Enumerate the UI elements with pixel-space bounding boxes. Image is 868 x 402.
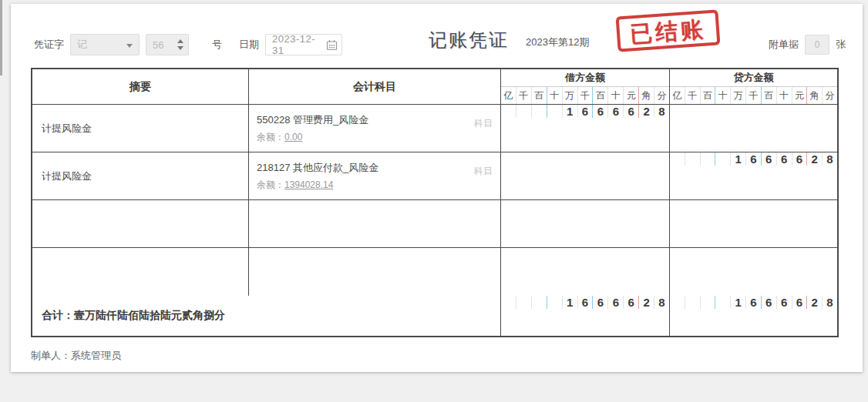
calendar-icon[interactable]: [326, 39, 338, 53]
digit-label: 亿: [670, 87, 685, 104]
amount-digit: 6: [746, 152, 762, 166]
debit-amount-cell[interactable]: [501, 152, 670, 199]
credit-amount-cell[interactable]: [670, 248, 837, 296]
digit-label: 亿: [501, 87, 516, 104]
subject-text: 550228 管理费用_风险金: [257, 113, 493, 127]
table-row: [32, 248, 837, 296]
amount-digit: 6: [608, 105, 624, 118]
amount-digit: [670, 152, 685, 166]
attachment-count-value: 0: [815, 39, 820, 50]
digit-label: 角: [639, 87, 654, 104]
voucher-table: 摘要 会计科目 借方金额 亿千百十万千百十元角分 贷方金额 亿千百十万千百十元角…: [31, 68, 839, 337]
voucher-word-select[interactable]: 记: [70, 34, 140, 55]
column-header-summary: 摘要: [32, 69, 249, 104]
title-group: 记账凭证 2023年第12期: [429, 28, 589, 52]
debit-amount-cell[interactable]: [501, 200, 670, 247]
total-row: 合计：壹万陆仟陆佰陆拾陆元贰角捌分 1666628 1666628: [32, 296, 837, 336]
digit-label: 分: [654, 87, 669, 104]
left-scrollbar[interactable]: [0, 0, 2, 75]
digit-label: 百: [593, 87, 608, 104]
digit-label: 角: [807, 87, 823, 104]
attachment-count-input[interactable]: 0: [805, 35, 829, 55]
balance-value-link[interactable]: 1394028.14: [284, 179, 333, 190]
date-input[interactable]: 2023-12-31: [265, 34, 342, 55]
summary-cell[interactable]: 计提风险金: [32, 152, 249, 199]
stepper-buttons[interactable]: [177, 39, 183, 50]
debit-amount-cell[interactable]: 1666628: [501, 105, 670, 152]
step-down-icon[interactable]: [177, 46, 183, 50]
amount-digit: [670, 296, 685, 309]
subject-tag: 科目: [474, 117, 493, 130]
amount-digit: 6: [746, 296, 762, 309]
amount-digit: [532, 296, 547, 309]
digit-label: 千: [578, 87, 594, 104]
amount-digit: 2: [639, 105, 654, 118]
amount-digit: 6: [593, 296, 608, 309]
amount-digit: 6: [777, 296, 792, 309]
credit-amount-cell[interactable]: [670, 200, 837, 247]
voucher-number-value: 56: [153, 39, 163, 51]
digit-label: 百: [762, 87, 777, 104]
summary-cell[interactable]: [32, 200, 249, 247]
subject-cell[interactable]: 218127 其他应付款_风险金科目余额：1394028.14: [249, 152, 501, 199]
amount-digit: 2: [807, 296, 823, 309]
amount-digit: 6: [608, 296, 624, 309]
balance-label: 余额：: [257, 132, 284, 142]
amount-digit: 6: [578, 105, 594, 118]
balance-value-link[interactable]: 0.00: [284, 132, 302, 142]
amount-digit: 1: [731, 152, 746, 166]
voucher-card: 凭证字 记 56 号 日期 2023-12-31: [11, 4, 863, 372]
amount-digit: 1: [563, 296, 578, 309]
credit-amount-cell[interactable]: 1666628: [670, 152, 837, 199]
digit-label-row: 亿千百十万千百十元角分: [501, 87, 669, 104]
amount-digit: 6: [762, 152, 777, 166]
creator-value: 系统管理员: [71, 350, 121, 361]
digit-label: 十: [715, 87, 731, 104]
total-debit-cell: 1666628: [501, 296, 670, 336]
attachment-group: 附单据 0 张: [769, 35, 846, 55]
amount-digit: [532, 105, 547, 118]
column-header-credit-group: 贷方金额 亿千百十万千百十元角分: [670, 69, 837, 104]
digit-label: 万: [563, 87, 578, 104]
digit-label: 千: [516, 87, 532, 104]
page-title: 记账凭证: [429, 28, 509, 52]
amount-digit: 6: [624, 296, 639, 309]
table-row: [32, 200, 837, 248]
amount-grid: 1666628: [501, 296, 669, 309]
digit-label: 元: [792, 87, 808, 104]
total-credit-cell: 1666628: [670, 296, 837, 336]
balance-line: 余额：0.00: [257, 131, 493, 144]
amount-digit: 2: [639, 296, 654, 309]
amount-grid: 1666628: [670, 152, 837, 166]
voucher-number-stepper[interactable]: 56: [146, 34, 189, 55]
voucher-word-label: 凭证字: [34, 38, 64, 52]
amount-grid: 1666628: [501, 105, 669, 118]
table-row: 计提风险金550228 管理费用_风险金科目余额：0.001666628: [32, 105, 837, 152]
column-header-subject: 会计科目: [249, 69, 501, 104]
table-row: 计提风险金218127 其他应付款_风险金科目余额：1394028.141666…: [32, 152, 837, 200]
amount-digit: 8: [823, 152, 837, 166]
subject-cell[interactable]: [249, 248, 501, 296]
subject-cell[interactable]: [249, 200, 501, 247]
amount-digit: [701, 152, 716, 166]
summary-cell[interactable]: [32, 248, 249, 296]
subject-cell[interactable]: 550228 管理费用_风险金科目余额：0.00: [249, 105, 501, 152]
amount-digit: [516, 296, 532, 309]
amount-digit: 1: [563, 105, 578, 118]
digit-label: 元: [624, 87, 639, 104]
digit-label: 百: [532, 87, 547, 104]
step-up-icon[interactable]: [177, 39, 183, 43]
amount-digit: [501, 105, 516, 118]
table-header-row: 摘要 会计科目 借方金额 亿千百十万千百十元角分 贷方金额 亿千百十万千百十元角…: [32, 69, 837, 105]
subject-text: 218127 其他应付款_风险金: [257, 161, 493, 175]
digit-label-row: 亿千百十万千百十元角分: [670, 87, 837, 104]
amount-digit: 6: [593, 105, 608, 118]
summary-cell[interactable]: 计提风险金: [32, 105, 249, 152]
column-header-debit: 借方金额: [501, 69, 669, 87]
amount-digit: 1: [731, 296, 746, 309]
total-label: 合计：壹万陆仟陆佰陆拾陆元贰角捌分: [32, 296, 501, 336]
credit-amount-cell[interactable]: [670, 105, 837, 152]
column-header-debit-group: 借方金额 亿千百十万千百十元角分: [501, 69, 670, 104]
debit-amount-cell[interactable]: [501, 248, 670, 296]
amount-digit: 6: [762, 296, 777, 309]
